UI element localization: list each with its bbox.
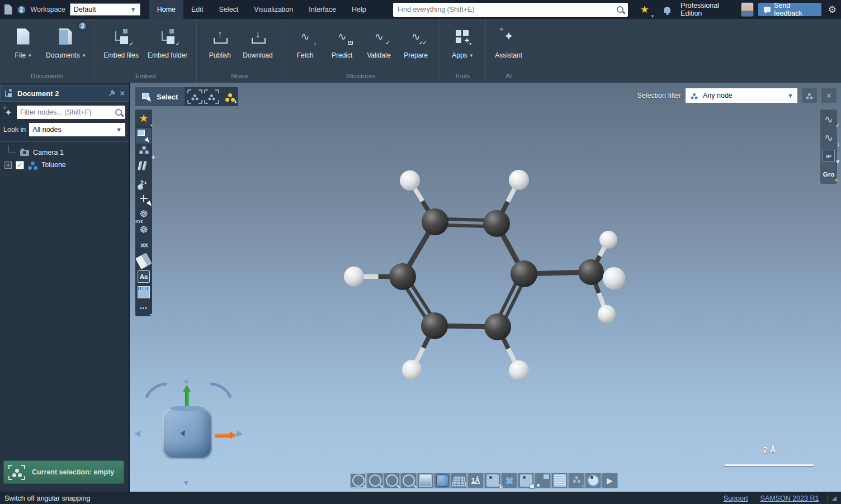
embed-folder-button[interactable]: ✓Embed folder: [143, 22, 192, 68]
validate-structure-button[interactable]: ∿✓: [821, 111, 837, 127]
assistant-button[interactable]: ✦✧Assistant: [490, 22, 527, 68]
hydrogen-atom[interactable]: [509, 170, 529, 190]
twist-button[interactable]: ××: [136, 237, 152, 253]
search-input[interactable]: Find everything (Shift+E): [393, 3, 628, 17]
validate-button[interactable]: ∿✓Validate: [361, 22, 398, 68]
zoom-selection-button[interactable]: [367, 473, 382, 488]
resize-grip[interactable]: ◢: [832, 495, 837, 502]
apps-button[interactable]: ▾Apps▾: [444, 22, 481, 68]
visibility-checkbox[interactable]: ✓: [16, 161, 24, 169]
embed-files-button[interactable]: ✓Embed files: [99, 22, 143, 68]
select-hidden-button[interactable]: [204, 89, 219, 104]
pan-up-icon[interactable]: ▲: [182, 377, 190, 384]
hydrogen-atom[interactable]: [400, 170, 420, 191]
tree-row-toluene[interactable]: + ✓ Toluene: [3, 159, 125, 171]
selection-filter-dropdown[interactable]: Any node ▼: [686, 88, 797, 103]
set-charge-button[interactable]: 2+: [136, 175, 152, 191]
expand-plus-icon[interactable]: +: [4, 161, 12, 169]
carbon-atom[interactable]: [421, 312, 448, 339]
select-rectangle-button[interactable]: [136, 128, 152, 144]
menu-visualization[interactable]: Visualization: [246, 0, 301, 19]
play-button[interactable]: ▶: [602, 473, 617, 488]
carbon-atom[interactable]: [422, 208, 448, 235]
right-axis-arrow[interactable]: [215, 434, 230, 438]
workspace-dropdown[interactable]: Default ▼: [70, 3, 140, 16]
navigation-gizmo[interactable]: ▲ ▼ ◀ ▶: [135, 379, 242, 488]
menu-home[interactable]: Home: [149, 0, 183, 19]
carbon-atom[interactable]: [389, 263, 416, 290]
text-label-button[interactable]: Aa: [136, 269, 152, 284]
menu-help[interactable]: Help: [344, 0, 374, 19]
predict-button[interactable]: ∿AIPredict: [324, 22, 361, 68]
up-axis-arrow[interactable]: [185, 391, 189, 406]
ip-tool-button[interactable]: IPv: [821, 148, 837, 164]
publish-button[interactable]: ↑Publish: [201, 22, 238, 68]
navigation-cube-button[interactable]: [434, 473, 450, 488]
erase-button[interactable]: [136, 253, 152, 269]
hydrogen-atom[interactable]: [509, 360, 529, 381]
hydrogen-atom[interactable]: [344, 267, 364, 287]
select-tool-button[interactable]: Select: [135, 87, 185, 106]
carbon-atom[interactable]: [483, 210, 510, 237]
fetch-structure-button[interactable]: ∿↓: [821, 129, 837, 146]
hydrogen-atom[interactable]: [402, 360, 422, 380]
send-feedback-button[interactable]: Send feedback: [758, 3, 821, 16]
viewport-3d[interactable]: Select + Selection filter: [130, 83, 841, 492]
more-tools-button[interactable]: •••▾: [136, 300, 152, 316]
favorites-caret-icon[interactable]: ▾: [651, 13, 654, 19]
hydrogen-atom[interactable]: [603, 267, 625, 289]
gromacs-wizard-button[interactable]: Gro✦: [821, 166, 837, 183]
select-visible-button[interactable]: [187, 89, 202, 104]
zoom-in-button[interactable]: [384, 473, 399, 488]
file-button[interactable]: ▾File▾: [4, 22, 41, 68]
pan-right-icon[interactable]: ▶: [237, 429, 243, 437]
documents-button[interactable]: 2▾Documents▾: [41, 22, 89, 68]
filter-nodes-input[interactable]: Filter nodes... (Shift+F): [17, 106, 125, 119]
pan-down-icon[interactable]: ▼: [182, 479, 190, 487]
select-filtered-button[interactable]: [802, 88, 817, 103]
user-avatar[interactable]: [741, 2, 754, 17]
presenter-button[interactable]: [552, 473, 567, 488]
camera-orbit-button[interactable]: ↻: [485, 473, 500, 488]
prepare-button[interactable]: ∿✓✓Prepare: [398, 22, 434, 68]
move-atoms-button[interactable]: [136, 191, 152, 206]
carbon-atom[interactable]: [578, 259, 604, 285]
zoom-fit-button[interactable]: [351, 473, 366, 488]
hydrogen-atom[interactable]: [598, 305, 616, 323]
visibility-options-button[interactable]: ▾: [569, 473, 584, 488]
background-button[interactable]: [418, 473, 433, 488]
fetch-button[interactable]: ∿↓Fetch: [287, 22, 324, 68]
menu-interface[interactable]: Interface: [301, 0, 344, 19]
add-atoms-button[interactable]: +: [136, 144, 152, 159]
look-in-dropdown[interactable]: All nodes ▼: [29, 123, 125, 136]
add-to-selection-button[interactable]: +: [222, 87, 238, 106]
grid-button[interactable]: [451, 473, 466, 488]
version-link[interactable]: SAMSON 2023 R1: [760, 495, 819, 502]
ai-sparkle-icon[interactable]: ✦✧: [3, 107, 13, 118]
carbon-atom[interactable]: [511, 260, 537, 287]
favorites-star-icon[interactable]: ★: [640, 4, 649, 15]
unit-scale-button[interactable]: 1Å: [468, 473, 483, 488]
carbon-atom[interactable]: [484, 313, 511, 340]
menu-select[interactable]: Select: [211, 0, 247, 19]
zoom-out-button[interactable]: [401, 473, 416, 488]
support-link[interactable]: Support: [724, 495, 748, 502]
pan-left-icon[interactable]: ◀: [134, 429, 140, 437]
measure-button[interactable]: [136, 284, 152, 300]
hydrogen-atom[interactable]: [599, 231, 617, 249]
notifications-bell-icon[interactable]: [664, 7, 670, 13]
pin-icon[interactable]: [107, 89, 117, 98]
favorites-button[interactable]: ★▾: [136, 110, 152, 126]
documents-icon[interactable]: [4, 4, 12, 15]
navigation-cube[interactable]: [162, 408, 212, 459]
clear-selection-button[interactable]: ×: [821, 88, 837, 103]
tree-row-camera[interactable]: Camera 1: [3, 146, 125, 159]
snapshot-button[interactable]: [518, 473, 533, 488]
rotate-xyz-button[interactable]: ☸XYZ: [136, 222, 152, 237]
close-icon[interactable]: ×: [120, 90, 125, 97]
annotation-button[interactable]: [535, 473, 550, 488]
edit-bonds-button[interactable]: [136, 159, 152, 175]
center-view-button[interactable]: [502, 473, 517, 488]
settings-gear-icon[interactable]: ⚙: [828, 4, 837, 16]
download-button[interactable]: ↓Download: [238, 22, 277, 68]
